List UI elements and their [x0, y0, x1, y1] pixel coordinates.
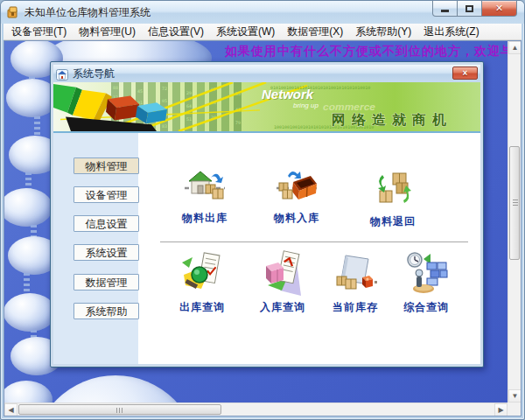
shortcut-current-stock[interactable]: 当前库存 — [316, 254, 395, 315]
nav-close-button[interactable]: × — [452, 66, 478, 80]
shortcut-label[interactable]: 综合查询 — [387, 300, 466, 315]
material-inbound-icon — [276, 164, 318, 210]
system-nav-window: 系统导航 × — [50, 61, 484, 368]
window-title: 未知单位仓库物料管理系统 — [24, 5, 150, 20]
nav-window-title: 系统导航 — [73, 66, 115, 81]
scroll-up-arrow[interactable]: ▲ — [508, 41, 522, 54]
svg-text:83: 83 — [162, 123, 167, 129]
bubble-cord — [25, 172, 32, 190]
shortcut-label[interactable]: 当前库存 — [316, 300, 395, 315]
maximize-icon — [466, 5, 473, 12]
shortcut-material-outbound[interactable]: 物料出库 — [165, 164, 244, 226]
shortcut-label[interactable]: 物料出库 — [165, 211, 244, 226]
app-icon — [7, 6, 20, 19]
sidebar-button-data[interactable]: 数据管理 — [74, 274, 139, 290]
screen: 未知单位仓库物料管理系统 ✕ 设备管理(T) 物料管理(U) 信息设置(V) 系… — [0, 0, 525, 420]
svg-text:45: 45 — [137, 88, 143, 94]
banner-image: 88136702 459138 72051683 296451 079328 5… — [53, 82, 480, 133]
bubble-decoration — [4, 188, 52, 227]
nav-content: 物料管理 设备管理 信息设置 系统设置 数据管理 系统帮助 — [53, 133, 480, 364]
nav-sidebar: 物料管理 设备管理 信息设置 系统设置 数据管理 系统帮助 — [53, 133, 138, 364]
shortcut-label[interactable]: 物料退回 — [354, 214, 432, 229]
sidebar-button-equipment[interactable]: 设备管理 — [74, 186, 139, 203]
sidebar-button-system-settings[interactable]: 系统设置 — [74, 244, 139, 261]
close-icon: ✕ — [495, 3, 503, 14]
content-divider — [160, 242, 468, 242]
svg-text:64: 64 — [186, 103, 192, 108]
shortcut-label[interactable]: 出库查询 — [163, 300, 242, 315]
menu-item-help[interactable]: 系统帮助(Y) — [349, 23, 417, 41]
shortcut-outbound-query[interactable]: 出库查询 — [163, 250, 242, 315]
bubble-cord — [24, 273, 30, 294]
banner-commerce-text: commerce — [323, 101, 375, 112]
menu-item-info-settings[interactable]: 信息设置(V) — [142, 23, 210, 41]
shortcut-label[interactable]: 入库查询 — [243, 300, 322, 315]
bubble-cord — [34, 116, 40, 137]
thumb-grip — [116, 408, 123, 413]
home-icon — [56, 68, 68, 80]
minimize-button[interactable] — [432, 1, 458, 17]
menu-bar: 设备管理(T) 物料管理(U) 信息设置(V) 系统设置(W) 数据管理(X) … — [4, 24, 522, 40]
inbound-query-icon — [261, 250, 304, 299]
vertical-scrollbar-thumb[interactable] — [509, 146, 520, 260]
sidebar-button-material[interactable]: 物料管理 — [74, 158, 139, 174]
svg-text:51: 51 — [186, 117, 192, 122]
main-window: 未知单位仓库物料管理系统 ✕ 设备管理(T) 物料管理(U) 信息设置(V) 系… — [0, 0, 525, 420]
nav-close-icon: × — [463, 68, 468, 78]
sidebar-button-info-settings[interactable]: 信息设置 — [74, 215, 139, 232]
horizontal-scrollbar[interactable]: ◀ ▶ — [4, 402, 508, 416]
marquee-text: 如果使用中有什么不方便或不到位的地方，欢迎与我们联系反馈。技术支持电话：13 — [225, 44, 522, 60]
scroll-left-arrow[interactable]: ◀ — [4, 403, 18, 416]
caption-buttons: ✕ — [432, 1, 517, 17]
sidebar-button-help[interactable]: 系统帮助 — [74, 303, 139, 319]
svg-text:79: 79 — [235, 120, 241, 125]
shortcut-comprehensive-query[interactable]: 综合查询 — [387, 250, 466, 315]
menu-item-exit[interactable]: 退出系统(Z) — [417, 23, 485, 41]
material-outbound-icon — [184, 164, 226, 210]
svg-text:05: 05 — [162, 98, 167, 103]
vertical-scrollbar[interactable]: ▲ ▼ — [508, 41, 521, 402]
shortcut-inbound-query[interactable]: 入库查询 — [243, 250, 322, 315]
scroll-down-arrow[interactable]: ▼ — [508, 389, 522, 402]
material-return-icon — [372, 168, 414, 214]
horizontal-scrollbar-thumb[interactable] — [18, 404, 221, 415]
mdi-client-area: 如果使用中有什么不方便或不到位的地方，欢迎与我们联系反馈。技术支持电话：13 系… — [4, 40, 522, 416]
shortcut-material-inbound[interactable]: 物料入库 — [257, 164, 336, 226]
menu-item-data[interactable]: 数据管理(X) — [281, 23, 349, 41]
svg-text:72: 72 — [162, 86, 167, 91]
minimize-icon — [441, 10, 449, 12]
close-button[interactable]: ✕ — [481, 1, 517, 17]
menu-item-system-settings[interactable]: 系统设置(W) — [210, 23, 281, 41]
bubble-decoration — [4, 293, 56, 332]
outbound-query-icon — [180, 250, 224, 299]
window-titlebar[interactable]: 未知单位仓库物料管理系统 ✕ — [1, 1, 524, 24]
banner-network-text: Network — [262, 88, 314, 102]
thumb-grip — [513, 200, 518, 206]
scrollbar-corner — [508, 402, 521, 416]
svg-text:88: 88 — [113, 85, 118, 90]
menu-item-equipment[interactable]: 设备管理(T) — [5, 23, 73, 41]
banner-slogan-cn: 网络造就商机 — [332, 113, 452, 128]
svg-text:29: 29 — [186, 90, 192, 95]
banner-bringup-text: bring up — [293, 102, 319, 109]
shortcut-material-return[interactable]: 物料退回 — [354, 168, 432, 229]
shortcut-label[interactable]: 物料入库 — [257, 211, 336, 226]
maximize-button[interactable] — [458, 1, 481, 17]
comprehensive-query-icon — [404, 250, 448, 299]
scroll-right-arrow[interactable]: ▶ — [494, 403, 508, 416]
current-stock-icon — [333, 254, 377, 299]
menu-item-material[interactable]: 物料管理(U) — [73, 23, 142, 41]
nav-window-titlebar[interactable]: 系统导航 × — [53, 65, 480, 82]
